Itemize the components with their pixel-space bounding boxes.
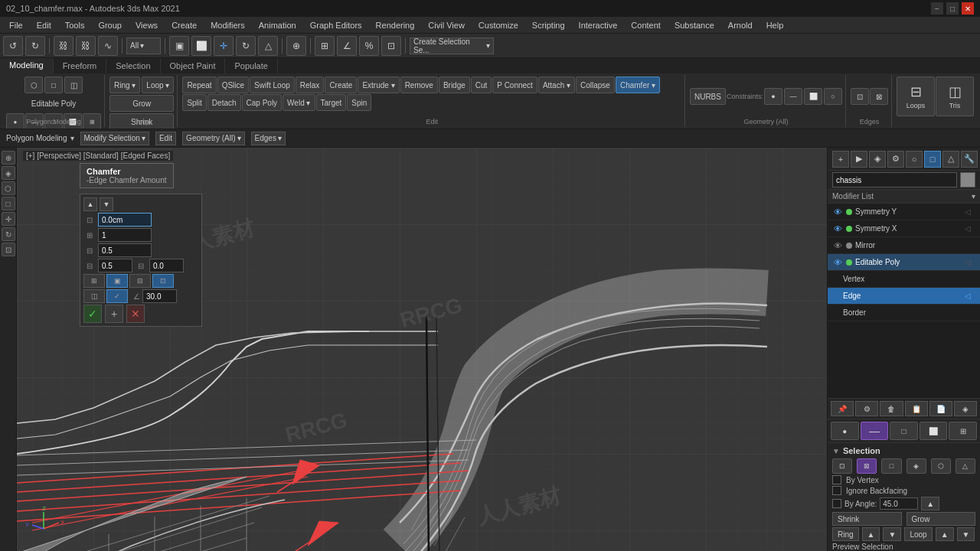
create-btn[interactable]: Create [325, 77, 357, 93]
menu-modifiers[interactable]: Modifiers [204, 19, 251, 31]
rp-icon-tools[interactable]: 🔧 [961, 151, 978, 168]
grow-btn[interactable]: Grow [906, 512, 976, 526]
spin-btn[interactable]: Spin [347, 94, 371, 111]
ignore-backfacing-checkbox[interactable] [832, 486, 841, 495]
sub-obj-edge-btn[interactable]: — [861, 422, 889, 440]
ring-dropdown-btn[interactable]: Ring ▾ [109, 77, 140, 93]
repeat-btn[interactable]: Repeat [182, 77, 216, 93]
left-tool-6[interactable]: ↻ [2, 227, 15, 241]
menu-customize[interactable]: Customize [472, 19, 524, 31]
object-name-color-btn[interactable] [960, 172, 975, 187]
edges-dropdown[interactable]: Edges ▾ [251, 132, 286, 145]
tab-populate[interactable]: Populate [225, 58, 277, 73]
rp-icon-utility[interactable]: ⚙ [887, 151, 904, 168]
rp-icon-plus[interactable]: + [832, 151, 849, 168]
modifier-symmetry-x[interactable]: 👁 Symmetry X ◁ [828, 220, 980, 237]
tab-freeform[interactable]: Freeform [54, 58, 107, 73]
maximize-button[interactable]: □ [946, 2, 959, 15]
edges-btn-1[interactable]: ⊡ [851, 88, 869, 105]
constraint-4[interactable]: ○ [824, 88, 842, 105]
scale-button[interactable]: △ [258, 36, 278, 56]
sel-mode-1[interactable]: ⊡ [832, 458, 852, 474]
rp-icon-box[interactable]: □ [924, 151, 941, 168]
chamfer-cancel-btn[interactable]: ✕ [126, 305, 145, 323]
modifier-eye-symmetry-x[interactable]: 👁 [832, 223, 843, 234]
cap-poly-btn[interactable]: Cap Poly [242, 94, 283, 111]
modifier-editable-poly[interactable]: 👁 Editable Poly ◁ [828, 254, 980, 271]
chamfer-toggle-4[interactable]: ⊡ [152, 274, 174, 288]
tab-selection[interactable]: Selection [106, 58, 160, 73]
chamfer-down-btn[interactable]: ▼ [100, 197, 113, 211]
percent-snap[interactable]: % [359, 36, 379, 56]
menu-content[interactable]: Content [625, 19, 667, 31]
menu-edit[interactable]: Edit [31, 19, 57, 31]
chamfer-amount-input[interactable]: 0.0cm [98, 213, 152, 227]
rp-icon-display[interactable]: ◈ [869, 151, 886, 168]
poly-mode-btn[interactable]: ⬡ [24, 77, 43, 93]
modifier-eye-symmetry-y[interactable]: 👁 [832, 207, 843, 217]
menu-substance[interactable]: Substance [668, 19, 720, 31]
chamfer-toggle-1[interactable]: ⊞ [83, 274, 105, 288]
close-button[interactable]: ✕ [962, 2, 974, 15]
menu-rendering[interactable]: Rendering [370, 19, 421, 31]
modifier-configure-btn[interactable]: ⚙ [855, 401, 878, 416]
constraint-2[interactable]: — [784, 88, 802, 105]
by-angle-checkbox[interactable] [832, 499, 841, 508]
by-vertex-checkbox[interactable] [832, 475, 841, 484]
modify-selection-dropdown[interactable]: Modify Selection ▾ [80, 132, 149, 145]
cut-btn[interactable]: Cut [471, 77, 492, 93]
detach-btn[interactable]: Detach [207, 94, 241, 111]
object-name-input[interactable] [832, 172, 957, 187]
tris-large-btn[interactable]: ◫ Tris [936, 77, 974, 116]
modifier-paste-btn[interactable]: 📄 [929, 401, 952, 416]
left-tool-4[interactable]: □ [2, 197, 15, 210]
loop-down-btn[interactable]: ▼ [957, 527, 975, 541]
sel-mode-5[interactable]: ⬡ [931, 458, 951, 474]
modifier-list-header[interactable]: Modifier List ▾ [828, 190, 980, 204]
select-region-button[interactable]: ⬜ [191, 36, 211, 56]
modifier-symmetry-y[interactable]: 👁 Symmetry Y ◁ [828, 204, 980, 220]
chamfer-ok-btn[interactable]: ✓ [83, 305, 102, 323]
modifier-pin-symmetry-x[interactable]: ◁ [965, 224, 975, 233]
modifier-make-unique-btn[interactable]: ◈ [954, 401, 977, 416]
tab-object-paint[interactable]: Object Paint [161, 58, 226, 73]
shrink-btn[interactable]: Shrink [832, 512, 902, 526]
ring-up-btn[interactable]: ▲ [862, 527, 880, 541]
edit-dropdown[interactable]: Edit [155, 132, 176, 145]
redo-button[interactable]: ↻ [25, 36, 45, 56]
chamfer-up-btn[interactable]: ▲ [83, 197, 97, 211]
loop-dropdown-btn[interactable]: Loop ▾ [142, 77, 174, 93]
menu-animation[interactable]: Animation [253, 19, 302, 31]
sel-mode-3[interactable]: □ [881, 458, 901, 474]
menu-views[interactable]: Views [129, 19, 164, 31]
modifier-pin-btn[interactable]: 📌 [831, 401, 854, 416]
sub-obj-element-btn[interactable]: ⊞ [949, 422, 977, 440]
reference-coord-button[interactable]: ⊕ [286, 36, 306, 56]
modifier-border[interactable]: Border [828, 305, 980, 321]
undo-button[interactable]: ↺ [3, 36, 23, 56]
weld-btn[interactable]: Weld ▾ [283, 94, 315, 111]
chamfer-toggle-5[interactable]: ◫ [83, 289, 105, 303]
loop-sel-btn[interactable]: Loop [904, 527, 932, 541]
ring-down-btn[interactable]: ▼ [883, 527, 901, 541]
modifier-copy-btn[interactable]: 📋 [905, 401, 928, 416]
menu-file[interactable]: File [3, 19, 29, 31]
snap-toggle[interactable]: ⊞ [315, 36, 335, 56]
minimize-button[interactable]: − [931, 2, 943, 15]
grow-btn[interactable]: Grow [109, 95, 174, 112]
by-angle-input[interactable] [880, 497, 918, 510]
rp-icon-motion[interactable]: ▶ [851, 151, 867, 168]
bind-space-warp[interactable]: ∿ [98, 36, 118, 56]
loop-up-btn[interactable]: ▲ [936, 527, 954, 541]
rp-icon-triangle[interactable]: △ [942, 151, 959, 168]
modifier-vertex[interactable]: Vertex [828, 271, 980, 288]
selection-header[interactable]: ▼ Selection [832, 446, 975, 455]
tab-modeling[interactable]: Modeling [0, 58, 54, 73]
angle-snap[interactable]: ∠ [337, 36, 357, 56]
sub-obj-poly-btn[interactable]: ⬜ [920, 422, 948, 440]
ring-sel-btn[interactable]: Ring [832, 527, 859, 541]
menu-tools[interactable]: Tools [59, 19, 91, 31]
poly-type-btn[interactable]: □ [44, 77, 63, 93]
by-angle-up[interactable]: ▲ [921, 497, 939, 510]
modifier-pin-symmetry-y[interactable]: ◁ [965, 207, 975, 216]
